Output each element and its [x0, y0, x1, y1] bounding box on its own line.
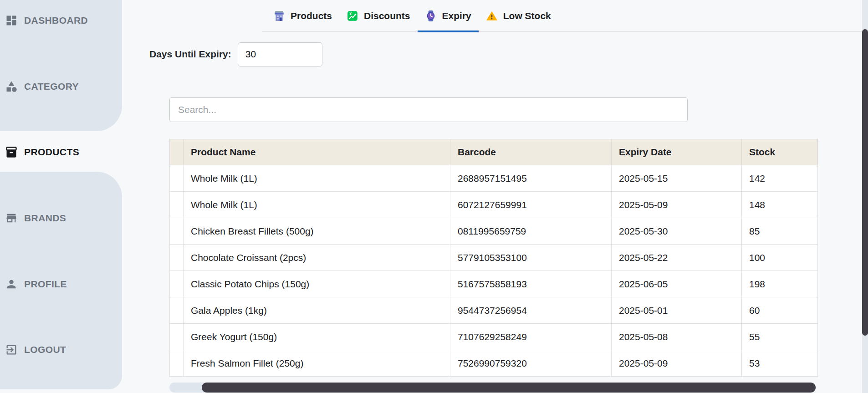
sidebar-item-profile[interactable]: PROFILE: [0, 271, 122, 297]
table-cell: Chocolate Croissant (2pcs): [184, 245, 450, 271]
sidebar-item-products[interactable]: PRODUCTS: [0, 139, 122, 165]
row-spacer-cell: [170, 350, 184, 377]
table-cell: Fresh Salmon Fillet (250g): [184, 350, 450, 377]
table-row: Whole Milk (1L)60721276599912025-05-0914…: [170, 192, 818, 218]
table-cell: 7107629258249: [450, 324, 612, 350]
table-cell: 9544737256954: [450, 297, 612, 324]
sidebar-item-label: DASHBOARD: [24, 15, 88, 26]
department-store-icon: [273, 10, 285, 22]
table-cell: 6072127659991: [450, 192, 612, 218]
horizontal-scrollbar-thumb[interactable]: [202, 383, 816, 393]
vertical-scrollbar-track[interactable]: [862, 0, 868, 393]
sidebar-item-logout[interactable]: LOGOUT: [0, 337, 122, 362]
table-cell: 7526990759320: [450, 350, 612, 377]
row-spacer-cell: [170, 245, 184, 271]
logout-icon: [5, 343, 18, 356]
row-spacer-cell: [170, 297, 184, 324]
column-header-product-name: Product Name: [184, 139, 450, 165]
tab-bar: Products ¥ Discounts Expiry Low Stock: [262, 0, 868, 32]
search-input[interactable]: [169, 97, 688, 122]
table-row: Chocolate Croissant (2pcs)57791053531002…: [170, 245, 818, 271]
days-until-expiry-input[interactable]: [238, 42, 322, 66]
sidebar-item-label: CATEGORY: [24, 81, 79, 92]
table-cell: 198: [742, 271, 818, 297]
table-cell: 2025-05-01: [612, 297, 742, 324]
table-row: Chicken Breast Fillets (500g)08119956597…: [170, 218, 818, 245]
table-cell: 2025-05-09: [612, 350, 742, 377]
table-cell: Whole Milk (1L): [184, 165, 450, 192]
table-cell: 148: [742, 192, 818, 218]
table-row: Whole Milk (1L)26889571514952025-05-1514…: [170, 165, 818, 192]
sidebar-item-dashboard[interactable]: DASHBOARD: [0, 8, 122, 33]
table-cell: 60: [742, 297, 818, 324]
watch-icon: [425, 10, 437, 22]
category-icon: [5, 80, 18, 93]
tab-label: Expiry: [442, 10, 471, 21]
table-cell: 2025-05-30: [612, 218, 742, 245]
table-cell: 5779105353100: [450, 245, 612, 271]
table-cell: Chicken Breast Fillets (500g): [184, 218, 450, 245]
column-header-barcode: Barcode: [450, 139, 612, 165]
table-row: Classic Potato Chips (150g)5167575858193…: [170, 271, 818, 297]
inventory-icon: [5, 146, 18, 158]
table-header-row: Product Name Barcode Expiry Date Stock: [170, 139, 818, 165]
table-cell: 100: [742, 245, 818, 271]
vertical-scrollbar-thumb[interactable]: [862, 29, 868, 336]
table-cell: 142: [742, 165, 818, 192]
row-spacer-cell: [170, 192, 184, 218]
table-row: Fresh Salmon Fillet (250g)75269907593202…: [170, 350, 818, 377]
sidebar: DASHBOARD CATEGORY PRODUCTS BRANDS PROFI…: [0, 0, 122, 393]
main-content: Products ¥ Discounts Expiry Low Stock Da…: [122, 0, 868, 393]
storefront-icon: [5, 212, 18, 225]
dashboard-icon: [5, 14, 18, 27]
sidebar-item-label: LOGOUT: [24, 344, 66, 355]
table-cell: 55: [742, 324, 818, 350]
sidebar-item-category[interactable]: CATEGORY: [0, 74, 122, 99]
warning-icon: [486, 10, 498, 22]
tab-label: Discounts: [364, 10, 410, 21]
column-header-stock: Stock: [742, 139, 818, 165]
column-header-expiry-date: Expiry Date: [612, 139, 742, 165]
svg-text:¥: ¥: [349, 11, 352, 16]
row-spacer-cell: [170, 165, 184, 192]
tab-label: Products: [291, 10, 332, 21]
table-cell: Gala Apples (1kg): [184, 297, 450, 324]
table-cell: 5167575858193: [450, 271, 612, 297]
table-cell: Classic Potato Chips (150g): [184, 271, 450, 297]
table-cell: 2688957151495: [450, 165, 612, 192]
tab-low-stock[interactable]: Low Stock: [479, 0, 558, 32]
header-spacer-cell: [170, 139, 184, 165]
table-cell: 0811995659759: [450, 218, 612, 245]
table-cell: 2025-05-08: [612, 324, 742, 350]
row-spacer-cell: [170, 271, 184, 297]
sidebar-item-brands[interactable]: BRANDS: [0, 205, 122, 231]
days-until-expiry-row: Days Until Expiry:: [149, 41, 322, 67]
chart-yen-icon: ¥: [347, 10, 358, 22]
days-until-expiry-label: Days Until Expiry:: [149, 49, 231, 60]
row-spacer-cell: [170, 324, 184, 350]
tab-products[interactable]: Products: [266, 0, 339, 32]
sidebar-item-label: BRANDS: [24, 213, 66, 224]
table-cell: 2025-05-09: [612, 192, 742, 218]
row-spacer-cell: [170, 218, 184, 245]
expiry-products-table: Product Name Barcode Expiry Date Stock W…: [169, 139, 818, 377]
table-row: Greek Yogurt (150g)71076292582492025-05-…: [170, 324, 818, 350]
tab-label: Low Stock: [503, 10, 551, 21]
table-row: Gala Apples (1kg)95447372569542025-05-01…: [170, 297, 818, 324]
table-body: Whole Milk (1L)26889571514952025-05-1514…: [170, 165, 818, 377]
table-cell: 2025-05-15: [612, 165, 742, 192]
sidebar-item-label: PRODUCTS: [24, 147, 79, 158]
table-cell: Whole Milk (1L): [184, 192, 450, 218]
sidebar-item-label: PROFILE: [24, 279, 67, 290]
tab-discounts[interactable]: ¥ Discounts: [339, 0, 418, 32]
table-cell: Greek Yogurt (150g): [184, 324, 450, 350]
tab-expiry[interactable]: Expiry: [418, 0, 479, 32]
table-cell: 53: [742, 350, 818, 377]
horizontal-scrollbar-track[interactable]: [169, 383, 816, 393]
table-cell: 2025-05-22: [612, 245, 742, 271]
person-icon: [5, 278, 18, 291]
table-cell: 85: [742, 218, 818, 245]
table-cell: 2025-06-05: [612, 271, 742, 297]
